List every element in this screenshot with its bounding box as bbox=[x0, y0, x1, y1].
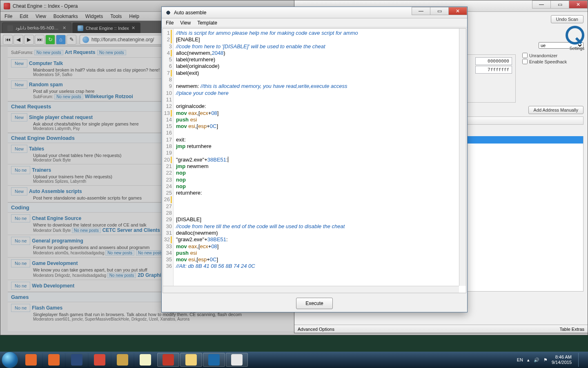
firefox-2-icon bbox=[48, 354, 60, 366]
opera-menu-widgets[interactable]: Widgets bbox=[85, 13, 103, 19]
taskbar-item-notepad[interactable] bbox=[134, 353, 156, 367]
forward-button[interactable]: ▶ bbox=[24, 35, 34, 45]
new-badge: New bbox=[11, 113, 27, 121]
forum-link[interactable]: General programming bbox=[32, 238, 83, 244]
settings-link[interactable]: Settings bbox=[570, 46, 584, 51]
forum-link[interactable]: Single player cheat request bbox=[29, 114, 93, 120]
forum-link[interactable]: Game Development bbox=[32, 260, 78, 266]
vertical-scrollbar[interactable] bbox=[459, 29, 466, 286]
taskbar-item-packing[interactable] bbox=[111, 353, 134, 367]
aa-menu-template[interactable]: Template bbox=[197, 20, 217, 26]
forum-link[interactable]: Trainers bbox=[32, 167, 51, 173]
favicon-icon bbox=[7, 25, 13, 31]
table-extras-link[interactable]: Table Extras bbox=[559, 327, 584, 332]
opera-icon bbox=[163, 354, 174, 366]
aa-menu-file[interactable]: File bbox=[166, 20, 174, 26]
opera-menu-view[interactable]: View bbox=[36, 13, 46, 19]
aa-titlebar[interactable]: Auto assemble — ▭ ✕ bbox=[162, 7, 467, 18]
opera-menu-edit[interactable]: Edit bbox=[20, 13, 28, 19]
volume-icon[interactable]: 🔊 bbox=[534, 357, 539, 363]
aa-code[interactable]: //this is script for ammo please help me… bbox=[174, 29, 466, 293]
aa-editor[interactable]: 1234567891011121314151617181920212223242… bbox=[163, 28, 466, 293]
aa-gutter: 1234567891011121314151617181920212223242… bbox=[163, 29, 174, 293]
taskbar-item-firefox-2[interactable] bbox=[43, 353, 65, 367]
speedhack-check[interactable]: Enable Speedhack bbox=[522, 59, 584, 64]
wand-button[interactable]: ✎ bbox=[67, 35, 76, 45]
favicon-icon bbox=[78, 25, 83, 31]
new-badge: New bbox=[11, 81, 27, 89]
packing-icon bbox=[117, 354, 128, 366]
opera-menu-bookmarks[interactable]: Bookmarks bbox=[53, 13, 78, 19]
opera-icon bbox=[4, 3, 10, 9]
new-badge: No ne bbox=[11, 166, 30, 174]
show-desktop-button[interactable] bbox=[578, 353, 583, 367]
ce-max-button[interactable]: ▭ bbox=[550, 0, 569, 9]
aa-title-text: Auto assemble bbox=[174, 10, 206, 16]
taskbar-item-cheatengine[interactable] bbox=[203, 353, 225, 367]
back-button[interactable]: ◀ bbox=[13, 35, 23, 45]
browser-tab[interactable]: Cheat Engine :: Index✕ bbox=[72, 22, 140, 33]
opera-title: Cheat Engine :: Index - Opera bbox=[13, 3, 78, 9]
globe-icon bbox=[82, 36, 89, 43]
ce-logo-icon bbox=[565, 25, 585, 45]
add-address-button[interactable]: Add Address Manually bbox=[528, 106, 584, 114]
auto-assemble-window: Auto assemble — ▭ ✕ FileViewTemplate 123… bbox=[161, 7, 468, 312]
forum-link[interactable]: Cheat Engine Source bbox=[32, 215, 81, 221]
back-far-button[interactable]: ⏮ bbox=[3, 35, 13, 45]
opera-menu-file[interactable]: File bbox=[4, 13, 12, 19]
opera-menu-tools[interactable]: Tools bbox=[110, 13, 122, 19]
taskbar-item-paint[interactable] bbox=[226, 353, 248, 367]
execute-button[interactable]: Execute bbox=[296, 298, 332, 309]
forum-link[interactable]: Auto Assemble scripts bbox=[29, 188, 82, 194]
taskbar-item-firefox[interactable] bbox=[20, 353, 42, 367]
advanced-options-link[interactable]: Advanced Options bbox=[298, 327, 334, 332]
firefox-aurora-icon bbox=[71, 354, 82, 366]
opera-menu-help[interactable]: Help bbox=[129, 13, 139, 19]
forum-link[interactable]: Computer Talk bbox=[29, 61, 63, 66]
new-badge: No ne bbox=[11, 282, 30, 290]
tray-up-icon[interactable]: ▴ bbox=[527, 357, 530, 363]
tab-label: دانلود berka-95-h006-[... bbox=[16, 25, 60, 31]
firefox-icon bbox=[25, 354, 37, 366]
explorer-icon bbox=[185, 354, 197, 366]
horizontal-scrollbar[interactable] bbox=[163, 286, 459, 293]
forum-link[interactable]: Flash Games bbox=[32, 305, 62, 311]
new-badge: No ne bbox=[11, 259, 30, 267]
browser-tab[interactable]: دانلود berka-95-h006-[...✕ bbox=[2, 22, 71, 33]
taskbar-item-chrome[interactable] bbox=[89, 353, 111, 367]
unrandomizer-check[interactable]: Unrandomizer bbox=[522, 53, 584, 58]
undo-scan-button[interactable]: Undo Scan bbox=[551, 15, 584, 23]
url-text: http://forum.cheatengine.org/ bbox=[91, 37, 154, 43]
aa-max-button[interactable]: ▭ bbox=[430, 7, 449, 15]
range-start-field[interactable]: 00000000 bbox=[475, 57, 512, 65]
new-badge: New bbox=[11, 59, 27, 67]
forum-link[interactable]: Random spam bbox=[29, 82, 63, 88]
start-button[interactable] bbox=[2, 352, 18, 368]
home-button[interactable]: ⌂ bbox=[56, 35, 66, 45]
taskbar-item-explorer[interactable] bbox=[180, 353, 202, 367]
taskbar-item-opera[interactable] bbox=[157, 353, 179, 367]
aa-menu: FileViewTemplate bbox=[162, 18, 467, 27]
reload-button[interactable]: ↻ bbox=[45, 35, 55, 45]
aa-min-button[interactable]: — bbox=[412, 7, 430, 15]
cheatengine-icon bbox=[208, 354, 220, 366]
clock[interactable]: 8:46 AM 9/14/2015 bbox=[552, 355, 572, 365]
ce-min-button[interactable]: — bbox=[532, 0, 551, 9]
ce-close-button[interactable]: ✕ bbox=[569, 0, 588, 9]
aa-close-button[interactable]: ✕ bbox=[448, 7, 467, 15]
forward-far-button[interactable]: ⏭ bbox=[35, 35, 45, 45]
forum-link[interactable]: Web Development bbox=[32, 283, 74, 289]
close-icon[interactable]: ✕ bbox=[131, 25, 135, 31]
new-badge: New bbox=[11, 145, 27, 153]
chrome-icon bbox=[94, 354, 105, 366]
action-center-icon[interactable]: ⚑ bbox=[543, 357, 548, 363]
system-tray: EN ▴ 🔊 ⚑ 8:46 AM 9/14/2015 bbox=[517, 353, 586, 367]
gear-icon bbox=[165, 9, 172, 16]
range-stop-field[interactable]: 7fffffff bbox=[475, 66, 512, 74]
taskbar-item-firefox-aurora[interactable] bbox=[66, 353, 88, 367]
notepad-icon bbox=[140, 354, 151, 366]
aa-menu-view[interactable]: View bbox=[180, 20, 191, 26]
lang-indicator[interactable]: EN bbox=[517, 357, 523, 362]
close-icon[interactable]: ✕ bbox=[62, 25, 66, 31]
forum-link[interactable]: Tables bbox=[29, 146, 44, 152]
